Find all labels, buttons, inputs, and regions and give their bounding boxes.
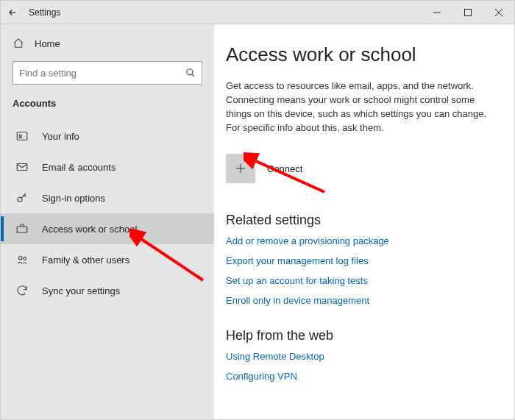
- related-links: Add or remove a provisioning package Exp…: [226, 235, 497, 306]
- search-input[interactable]: [19, 68, 185, 79]
- mail-icon: [15, 160, 29, 174]
- minimize-button[interactable]: [422, 1, 452, 24]
- link-account-for-tests[interactable]: Set up an account for taking tests: [226, 275, 497, 286]
- briefcase-icon: [15, 222, 29, 235]
- minimize-icon: [433, 9, 441, 16]
- home-nav[interactable]: Home: [1, 32, 214, 55]
- svg-rect-6: [17, 227, 27, 232]
- sidebar-item-access-work-school[interactable]: Access work or school: [1, 213, 214, 244]
- link-export-logs[interactable]: Export your management log files: [226, 255, 497, 266]
- back-arrow-icon: [7, 7, 18, 18]
- help-heading: Help from the web: [226, 328, 497, 344]
- sidebar-item-sync-settings[interactable]: Sync your settings: [1, 275, 214, 306]
- home-icon: [13, 38, 24, 49]
- svg-point-7: [19, 257, 23, 260]
- plus-icon: [234, 162, 247, 175]
- sidebar: Home Accounts Your info: [1, 24, 214, 419]
- sidebar-item-label: Sign-in options: [42, 193, 105, 204]
- window-title: Settings: [29, 7, 60, 18]
- titlebar: Settings: [1, 1, 514, 24]
- svg-point-8: [24, 257, 26, 260]
- svg-rect-0: [465, 9, 472, 15]
- sidebar-item-family-other-users[interactable]: Family & other users: [1, 244, 214, 275]
- connect-label: Connect: [267, 163, 302, 174]
- related-settings-heading: Related settings: [226, 213, 497, 228]
- link-remote-desktop[interactable]: Using Remote Desktop: [226, 351, 497, 362]
- svg-rect-4: [17, 164, 27, 171]
- sidebar-item-email-accounts[interactable]: Email & accounts: [1, 152, 214, 182]
- link-configuring-vpn[interactable]: Configuring VPN: [226, 371, 497, 382]
- maximize-button[interactable]: [452, 1, 483, 24]
- page-description: Get access to resources like email, apps…: [226, 79, 491, 135]
- main-content: Access work or school Get access to reso…: [214, 24, 514, 419]
- connect-plus-button[interactable]: [226, 154, 255, 183]
- link-enroll-device-management[interactable]: Enroll only in device management: [226, 295, 497, 306]
- search-icon: [185, 68, 196, 78]
- close-icon: [495, 9, 502, 16]
- home-label: Home: [35, 38, 60, 49]
- sidebar-item-label: Your info: [42, 131, 79, 142]
- sync-icon: [15, 284, 29, 297]
- people-icon: [15, 253, 29, 266]
- sidebar-item-label: Access work or school: [42, 224, 137, 235]
- search-box[interactable]: [13, 61, 202, 85]
- key-icon: [15, 191, 29, 204]
- person-card-icon: [15, 129, 29, 143]
- sidebar-item-label: Family & other users: [42, 255, 129, 266]
- back-button[interactable]: [1, 7, 24, 18]
- sidebar-section-title: Accounts: [1, 85, 214, 116]
- link-provisioning-package[interactable]: Add or remove a provisioning package: [226, 235, 497, 246]
- svg-point-3: [19, 135, 21, 137]
- connect-row[interactable]: Connect: [226, 154, 497, 183]
- sidebar-nav: Your info Email & accounts Sign-in optio…: [1, 121, 214, 306]
- page-heading: Access work or school: [226, 43, 497, 66]
- svg-point-1: [187, 69, 193, 75]
- close-button[interactable]: [483, 1, 514, 24]
- help-links: Using Remote Desktop Configuring VPN: [226, 351, 497, 382]
- maximize-icon: [464, 9, 472, 16]
- sidebar-item-label: Sync your settings: [42, 285, 120, 296]
- svg-point-5: [18, 197, 22, 202]
- sidebar-item-label: Email & accounts: [42, 162, 116, 173]
- sidebar-item-sign-in-options[interactable]: Sign-in options: [1, 182, 214, 213]
- svg-rect-2: [17, 132, 27, 140]
- sidebar-item-your-info[interactable]: Your info: [1, 121, 214, 152]
